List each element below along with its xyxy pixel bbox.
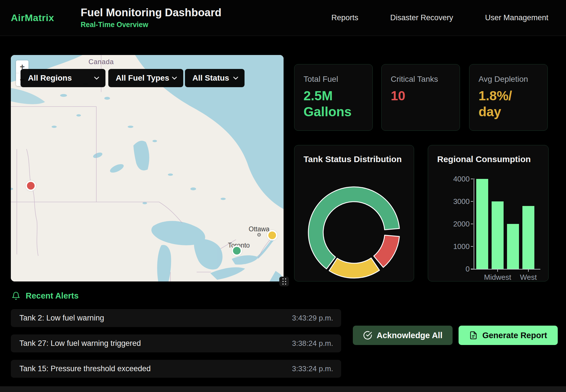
alert-row: Tank 27: Low fuel warning triggered 3:38… bbox=[11, 334, 341, 352]
x-tick-mark bbox=[528, 270, 529, 272]
alert-row: Tank 2: Low fuel warning 3:43:29 p.m. bbox=[11, 309, 341, 327]
page-title: Fuel Monitoring Dashboard bbox=[81, 7, 221, 19]
ottawa-city-marker bbox=[257, 233, 261, 237]
x-tick-mark bbox=[497, 270, 498, 272]
title-block: Fuel Monitoring Dashboard Real-Time Over… bbox=[81, 7, 221, 29]
header: AirMatrix Fuel Monitoring Dashboard Real… bbox=[0, 0, 566, 36]
stat-label: Avg Depletion bbox=[479, 75, 538, 84]
generate-report-button[interactable]: Generate Report bbox=[459, 326, 558, 345]
alert-time: 3:33:24 p.m. bbox=[292, 364, 333, 373]
bell-icon bbox=[11, 291, 21, 301]
bottom-bar bbox=[0, 386, 566, 392]
stat-value: 2.5M Gallons bbox=[304, 88, 363, 120]
tank-status-card: Tank Status Distribution bbox=[294, 145, 414, 281]
y-tick-mark bbox=[471, 246, 473, 247]
acknowledge-all-label: Acknowledge All bbox=[377, 331, 443, 340]
status-filter-dropdown[interactable]: All Status bbox=[185, 69, 245, 87]
stat-card-total-fuel: Total Fuel 2.5M Gallons bbox=[294, 64, 373, 131]
bar-1 bbox=[492, 201, 504, 269]
alert-message: Tank 15: Pressure threshold exceeded bbox=[19, 364, 151, 373]
chart-title: Regional Consumption bbox=[437, 154, 531, 164]
y-tick-label: 4000 bbox=[428, 175, 470, 183]
tank-map[interactable]: Canada Ottawa Toronto New York + − All R… bbox=[11, 55, 284, 281]
page-subtitle: Real-Time Overview bbox=[81, 21, 221, 29]
document-icon bbox=[469, 331, 478, 340]
grip-dots-icon bbox=[282, 278, 286, 285]
app-logo: AirMatrix bbox=[11, 12, 81, 23]
donut-segment-warning bbox=[329, 258, 380, 278]
x-tick-label: West bbox=[506, 273, 551, 282]
nav-reports[interactable]: Reports bbox=[331, 13, 359, 22]
alert-message: Tank 27: Low fuel warning triggered bbox=[19, 339, 141, 348]
y-tick-label: 2000 bbox=[428, 220, 470, 228]
y-tick-label: 1000 bbox=[428, 242, 470, 251]
region-filter-dropdown[interactable]: All Regions bbox=[21, 69, 105, 87]
fuel-type-filter-dropdown[interactable]: All Fuel Types bbox=[108, 69, 183, 87]
alert-time: 3:43:29 p.m. bbox=[292, 314, 333, 322]
y-tick-label: 0 bbox=[428, 265, 470, 273]
generate-report-label: Generate Report bbox=[482, 331, 547, 340]
tank-status-donut bbox=[306, 184, 402, 281]
map-filters: All Regions All Fuel Types All Status bbox=[11, 69, 284, 87]
stat-label: Total Fuel bbox=[304, 75, 363, 84]
acknowledge-all-button[interactable]: Acknowledge All bbox=[353, 326, 453, 345]
y-tick-mark bbox=[471, 201, 473, 202]
stat-card-avg-depletion: Avg Depletion 1.8%/day bbox=[469, 64, 548, 131]
bar-3 bbox=[522, 206, 534, 269]
donut-segment-critical bbox=[374, 235, 399, 267]
check-circle-icon bbox=[363, 331, 372, 340]
y-axis-line bbox=[474, 178, 474, 270]
resize-drag-handle[interactable] bbox=[279, 277, 289, 286]
stat-label: Critical Tanks bbox=[391, 75, 451, 84]
tank-marker-warning[interactable] bbox=[267, 230, 278, 241]
region-filter-value: All Regions bbox=[28, 74, 72, 83]
fuel-monitoring-dashboard: AirMatrix Fuel Monitoring Dashboard Real… bbox=[0, 0, 566, 392]
nav-user-management[interactable]: User Management bbox=[485, 13, 548, 22]
map-label-ottawa: Ottawa bbox=[249, 225, 270, 233]
chevron-down-icon bbox=[233, 77, 238, 80]
x-axis-line bbox=[471, 269, 540, 270]
y-tick-mark bbox=[471, 179, 473, 179]
tank-marker-normal[interactable] bbox=[232, 246, 242, 256]
chevron-down-icon bbox=[94, 77, 99, 80]
regional-bar-plot: 01000200030004000MidwestWest bbox=[428, 174, 549, 282]
regional-consumption-card: Regional Consumption 01000200030004000Mi… bbox=[428, 145, 549, 281]
status-filter-value: All Status bbox=[192, 74, 229, 83]
tank-marker-critical[interactable] bbox=[26, 181, 36, 191]
map-label-canada: Canada bbox=[89, 58, 114, 66]
fuel-type-filter-value: All Fuel Types bbox=[116, 74, 169, 83]
bar-2 bbox=[507, 224, 519, 269]
recent-alerts-header: Recent Alerts bbox=[11, 291, 79, 301]
recent-alerts-title: Recent Alerts bbox=[26, 291, 79, 301]
stat-value: 10 bbox=[391, 88, 451, 104]
stat-value: 1.8%/day bbox=[479, 88, 516, 120]
nav-disaster-recovery[interactable]: Disaster Recovery bbox=[390, 13, 453, 22]
alert-message: Tank 2: Low fuel warning bbox=[19, 314, 104, 322]
alert-time: 3:38:24 p.m. bbox=[292, 339, 333, 348]
y-tick-mark bbox=[471, 224, 473, 224]
y-tick-label: 3000 bbox=[428, 197, 470, 206]
alert-row: Tank 15: Pressure threshold exceeded 3:3… bbox=[11, 360, 341, 378]
chart-title: Tank Status Distribution bbox=[304, 154, 402, 164]
bar-0 bbox=[476, 179, 488, 269]
chevron-down-icon bbox=[172, 77, 177, 80]
stat-card-critical-tanks: Critical Tanks 10 bbox=[381, 64, 460, 131]
main-nav: Reports Disaster Recovery User Managemen… bbox=[331, 13, 566, 22]
